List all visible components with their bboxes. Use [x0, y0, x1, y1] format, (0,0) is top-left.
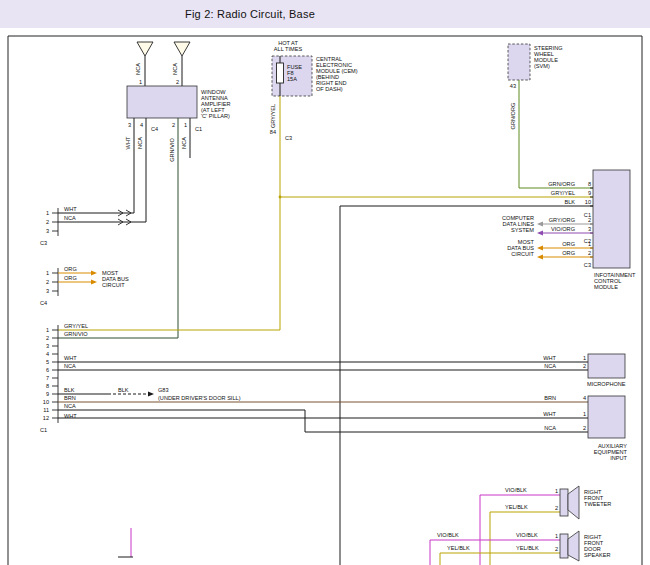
wire-wht-amplifier — [58, 118, 134, 213]
swm-label-line: (SVM) — [534, 63, 550, 69]
pin-number: 9 — [588, 190, 591, 196]
pin-number: 2 — [555, 505, 558, 511]
connector-label: C4 — [151, 126, 158, 132]
pin-number: 7 — [46, 375, 49, 381]
arrow-left-icon — [537, 222, 543, 227]
window-antenna-1: NCA 1 — [135, 42, 153, 86]
wire-label-vio-org: VIO/ORG — [551, 226, 575, 232]
left-connector-c1: 1 2 3 4 5 6 7 8 9 10 11 12 GRY/YEL GRN/V… — [40, 323, 88, 433]
ground-location: (UNDER DRIVER'S DOOR SILL) — [158, 395, 241, 401]
connector-bracket — [52, 208, 58, 236]
wire-label-grn-vio: GRN/VIO — [64, 331, 88, 337]
amplifier-box — [127, 86, 197, 118]
microphone-label: MICROPHONE — [587, 381, 626, 387]
right-front-door-speaker: VIO/BLK YEL/BLK VIO/BLK YEL/BLK 1 2 RIGH… — [430, 531, 610, 565]
wire-label-nca: NCA — [64, 403, 76, 409]
computer-data-label-line: SYSTEM — [511, 227, 534, 233]
pin-number: 1 — [46, 210, 49, 216]
pin-number: 2 — [583, 363, 586, 369]
wire-label-blk: BLK — [118, 387, 129, 393]
pin-number: 8 — [46, 383, 49, 389]
most-data-label-line: CIRCUIT — [511, 251, 534, 257]
pin-number: 2 — [172, 122, 175, 128]
wire-label-grn-org: GRN/ORG — [510, 103, 516, 130]
pin-number: 3 — [588, 226, 591, 232]
wire-label-grn-vio: GRN/VIO — [169, 138, 175, 162]
pin-number: 2 — [176, 79, 179, 85]
wire-label-nca: NCA — [64, 215, 76, 221]
wire-label-wht: WHT — [543, 355, 556, 361]
pin-number: 8 — [588, 181, 591, 187]
pin-number: 1 — [555, 488, 558, 494]
wire-label-gry-yel: GRY/YEL — [551, 190, 575, 196]
wire-nca-aux — [58, 410, 588, 432]
speaker-cone-icon — [568, 531, 579, 561]
pin-number: 43 — [510, 83, 516, 89]
pin-number: 12 — [43, 415, 49, 421]
pin-number: 1 — [184, 122, 187, 128]
connector-label: C3 — [40, 240, 47, 246]
wiring-diagram-canvas: NCA 1 NCA 2 WINDOW ANTENNA AMPLIFIER (AT… — [0, 28, 650, 565]
microphone-box — [588, 354, 625, 378]
pin-number: 11 — [43, 407, 49, 413]
fuse-icon — [277, 63, 284, 83]
pin-number: 2 — [46, 219, 49, 225]
door-speaker-label-line: SPEAKER — [584, 552, 610, 558]
pin-number: 9 — [46, 391, 49, 397]
pin-number: 1 — [583, 411, 586, 417]
g83-ground: BLK G83 (UNDER DRIVER'S DOOR SILL) — [58, 387, 241, 401]
wire-label-nca: NCA — [172, 63, 178, 75]
wire-label-yel-blk: YEL/BLK — [505, 504, 528, 510]
wire-label-grn-org: GRN/ORG — [548, 181, 575, 187]
antenna-icon — [174, 42, 190, 56]
cem-label-line: OF DASH) — [316, 86, 343, 92]
wire-label-brn: BRN — [64, 395, 76, 401]
pin-number: 6 — [46, 367, 49, 373]
connector-label: C4 — [40, 300, 47, 306]
arrow-right-icon — [148, 392, 154, 397]
wire-label-nca: NCA — [64, 363, 76, 369]
computer-data-lines-system: COMPUTER DATA LINES SYSTEM — [502, 215, 593, 236]
wire-label-vio-blk: VIO/BLK — [516, 532, 538, 538]
wire-label-nca: NCA — [137, 137, 143, 149]
wire-label-nca: NCA — [544, 363, 556, 369]
ground-name: G83 — [158, 387, 169, 393]
most-data-label-line: CIRCUIT — [102, 282, 125, 288]
arrow-left-icon — [537, 246, 543, 251]
wire-label-wht: WHT — [64, 206, 77, 212]
connector-label: C1 — [195, 126, 202, 132]
wire-label-vio-blk: VIO/BLK — [505, 487, 527, 493]
wire-label-wht: WHT — [64, 355, 77, 361]
pin-number: 2 — [555, 546, 558, 552]
most-data-bus-right: MOST DATA BUS CIRCUIT — [507, 239, 593, 260]
central-electronic-module: HOT AT ALL TIMES FUSE F8 15A CENTRAL ELE… — [270, 40, 358, 141]
pin-number: 1 — [583, 355, 586, 361]
wire-label-org: ORG — [64, 266, 77, 272]
aux-box — [588, 396, 625, 438]
figure-page: Fig 2: Radio Circuit, Base NCA 1 NCA 2 W… — [0, 0, 650, 565]
wire-label-org: ORG — [562, 250, 575, 256]
wire-label-gry-org: GRY/ORG — [549, 217, 575, 223]
pin-number: 1 — [46, 327, 49, 333]
pin-number: 4 — [583, 395, 586, 401]
pin-number: 3 — [46, 343, 49, 349]
wire-label-yel-blk: YEL/BLK — [516, 545, 539, 551]
aux-label-line: INPUT — [610, 455, 627, 461]
connector-bracket — [52, 268, 58, 296]
pin-number: 2 — [46, 279, 49, 285]
speaker-icon — [560, 489, 568, 516]
wire-label-nca: NCA — [181, 137, 187, 149]
pin-number: 10 — [43, 399, 49, 405]
diagram-border — [8, 36, 642, 565]
fuse-label-line: 15A — [287, 76, 297, 82]
pin-number: 1 — [588, 241, 591, 247]
figure-title-bar: Fig 2: Radio Circuit, Base — [0, 0, 650, 28]
wire-grn-org — [519, 80, 593, 188]
connector-label: C3 — [584, 262, 591, 268]
connector-label: C3 — [285, 135, 292, 141]
arrow-right-icon — [91, 271, 97, 276]
wire-label-brn: BRN — [544, 395, 556, 401]
pin-number: 4 — [140, 122, 143, 128]
wire-label-gry-yel: GRY/YEL — [64, 323, 88, 329]
wire-blk-module — [340, 206, 593, 565]
